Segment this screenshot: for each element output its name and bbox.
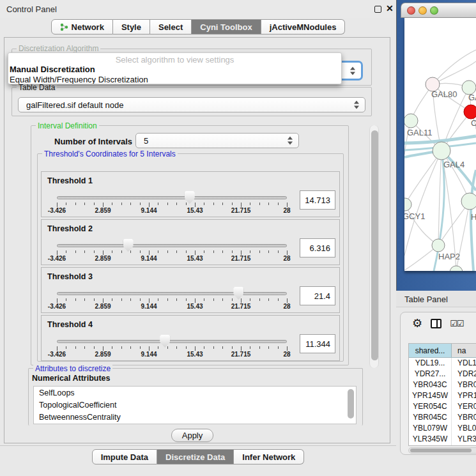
cell-name[interactable]: YDR2	[452, 369, 476, 380]
network-icon	[60, 23, 68, 31]
cell-name[interactable]: YBL0	[452, 423, 476, 434]
select-columns-checkboxes-icon[interactable]: ☑☑	[450, 319, 463, 328]
tab-select[interactable]: Select	[150, 19, 192, 35]
tick-mark	[158, 298, 158, 301]
tab-impute-data[interactable]: Impute Data	[92, 449, 157, 464]
cell-name[interactable]: YPR1	[452, 390, 476, 401]
threshold-value-field[interactable]: 6.316	[300, 238, 335, 257]
cell-shared-name[interactable]: YBL079W	[409, 423, 452, 434]
cell-shared-name[interactable]: YPR145W	[409, 390, 452, 401]
tick-mark	[140, 346, 141, 349]
cell-shared-name[interactable]: YLR345W	[409, 434, 452, 445]
network-node[interactable]	[450, 266, 463, 271]
apply-button[interactable]: Apply	[171, 429, 213, 442]
cell-name[interactable]: YLR3	[452, 434, 476, 445]
attribute-list-item[interactable]: SelfLoops	[34, 387, 356, 399]
close-icon[interactable]: ✕	[386, 3, 394, 13]
thresholds-group-label: Threshold's Coordinates for 5 Intervals	[42, 150, 178, 158]
network-node-h[interactable]	[461, 193, 476, 210]
scale-label: 2.859	[95, 207, 111, 214]
dropdown-option-manual-discretization[interactable]: Manual Discretization	[8, 64, 341, 74]
column-header-name[interactable]: na	[452, 344, 476, 358]
network-node-c[interactable]	[464, 105, 476, 119]
table-row[interactable]: YBR045CYBR0	[409, 412, 476, 423]
network-node-gal11[interactable]	[404, 114, 418, 128]
cell-name[interactable]: YBR0	[452, 412, 476, 423]
threshold-slider-thumb[interactable]	[233, 287, 243, 300]
interval-vertical-scrollbar[interactable]	[369, 125, 379, 368]
cell-shared-name[interactable]: YBR045C	[409, 412, 452, 423]
scrollbar-thumb[interactable]	[410, 449, 472, 452]
cell-name[interactable]: YBR0	[452, 380, 476, 390]
table-row[interactable]: YLR345WYLR3	[409, 434, 476, 445]
tick-mark	[259, 203, 260, 205]
network-node-gal4[interactable]	[433, 142, 450, 160]
cell-shared-name[interactable]: YDL19...	[409, 358, 452, 369]
threshold-slider-track[interactable]	[57, 196, 287, 199]
gear-icon[interactable]: ⚙	[412, 318, 422, 329]
attributes-scrollbar-thumb[interactable]	[348, 389, 354, 418]
scale-label: 2.859	[95, 303, 111, 310]
tick-mark	[112, 298, 112, 301]
column-layout-icon[interactable]	[431, 319, 441, 328]
combo-stepper-icon[interactable]	[354, 101, 359, 109]
network-view-canvas[interactable]: GAL80GACGAL11GAL4GCY1HHAP2	[404, 18, 476, 271]
dropdown-option-equal-width-frequency[interactable]: Equal Width/Frequency Discretization	[8, 74, 341, 84]
threshold-value-field[interactable]: 14.713	[300, 190, 335, 210]
float-window-icon[interactable]	[374, 6, 381, 13]
tab-jactivemnodules[interactable]: jActiveMNodules	[261, 19, 346, 35]
tick-mark	[232, 250, 233, 253]
table-row[interactable]: YER054CYER0	[409, 401, 476, 412]
tick-mark	[140, 203, 141, 205]
tick-mark	[66, 250, 66, 253]
tab-cyni-toolbox[interactable]: Cyni Toolbox	[192, 19, 261, 35]
tab-network[interactable]: Network	[51, 19, 113, 35]
numerical-attributes-list[interactable]: SelfLoopsTopologicalCoefficientBetweenne…	[33, 386, 357, 424]
threshold-value-field[interactable]: 21.4	[300, 286, 335, 305]
panel-bottom-divider	[0, 445, 396, 446]
cell-shared-name[interactable]: YBR043C	[409, 380, 452, 390]
cell-name[interactable]: YDL1	[452, 358, 476, 369]
network-node-gcy1[interactable]	[404, 198, 411, 211]
scale-label: -3.426	[48, 207, 66, 214]
cell-name[interactable]: YER0	[452, 401, 476, 412]
attribute-list-item[interactable]: BetweennessCentrality	[34, 411, 356, 423]
tick-mark	[94, 250, 95, 253]
combo-stepper-icon[interactable]	[288, 137, 293, 145]
tick-mark	[130, 346, 131, 349]
cell-shared-name[interactable]: YIL052C	[409, 445, 452, 446]
number-of-intervals-combobox[interactable]: 5	[135, 133, 299, 148]
tick-mark	[204, 346, 204, 349]
node-attribute-table[interactable]: shared... na YDL19...YDL1YDR27...YDR2YBR…	[408, 343, 476, 446]
threshold-slider-track[interactable]	[57, 292, 287, 295]
zoom-traffic-light-icon[interactable]	[430, 6, 438, 15]
threshold-slider-track[interactable]	[57, 340, 287, 343]
tab-style[interactable]: Style	[113, 19, 150, 35]
table-data-combobox[interactable]: galFiltered.sif default node	[18, 97, 365, 112]
network-node-hap2[interactable]	[432, 239, 445, 252]
attribute-list-item[interactable]: TopologicalCoefficient	[34, 399, 356, 411]
threshold-slider-thumb[interactable]	[123, 239, 134, 252]
threshold-slider-track[interactable]	[57, 244, 287, 247]
threshold-slider-thumb[interactable]	[160, 335, 170, 348]
table-row[interactable]: YDR27...YDR2	[409, 369, 476, 380]
tab-infer-network[interactable]: Infer Network	[234, 449, 304, 464]
cell-shared-name[interactable]: YDR27...	[409, 369, 452, 380]
cell-shared-name[interactable]: YER054C	[409, 401, 452, 412]
combo-stepper-icon[interactable]	[350, 66, 355, 75]
scrollbar-thumb[interactable]	[371, 130, 378, 360]
threshold-value-field[interactable]: 11.344	[300, 334, 335, 353]
minimize-traffic-light-icon[interactable]	[418, 6, 427, 15]
table-row[interactable]: YBR043CYBR0	[409, 380, 476, 390]
table-row[interactable]: YPR145WYPR1	[409, 390, 476, 401]
table-row[interactable]: YDL19...YDL1	[409, 358, 476, 369]
threshold-slider-thumb[interactable]	[185, 191, 195, 204]
table-horizontal-scrollbar[interactable]	[408, 447, 476, 454]
column-header-shared-name[interactable]: shared...	[409, 344, 452, 358]
table-row[interactable]: YIL052CYIL0	[409, 445, 476, 446]
table-row[interactable]: YBL079WYBL0	[409, 423, 476, 434]
cell-name[interactable]: YIL0	[452, 445, 473, 446]
tab-discretize-data[interactable]: Discretize Data	[157, 449, 234, 464]
tick-mark	[130, 298, 131, 301]
close-traffic-light-icon[interactable]	[407, 6, 415, 15]
